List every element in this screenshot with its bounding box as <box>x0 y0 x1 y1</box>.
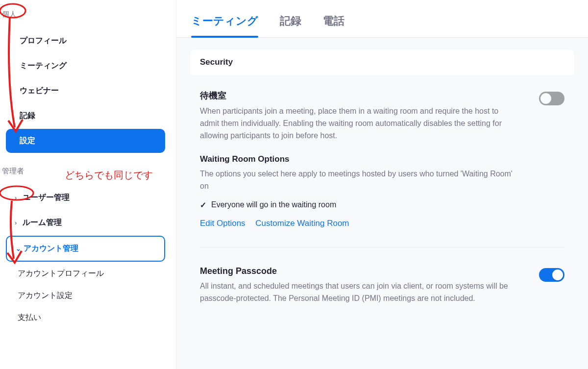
setting-meeting-passcode: Meeting Passcode All instant, and schedu… <box>190 251 574 320</box>
nav-profile[interactable]: プロフィール <box>6 29 165 53</box>
customize-waiting-room-link[interactable]: Customize Waiting Room <box>255 219 349 228</box>
annotation-text-same: どちらでも同じです <box>65 169 153 182</box>
waiting-options-title: Waiting Room Options <box>200 154 528 164</box>
nav-room-management-label: ルーム管理 <box>23 218 62 228</box>
nav-user-management[interactable]: › ユーザー管理 <box>6 186 165 210</box>
waiting-options-desc: The options you select here apply to mee… <box>200 168 514 193</box>
chevron-right-icon: › <box>15 194 20 201</box>
nav-account-management-label: アカウント管理 <box>24 244 78 254</box>
nav-meeting[interactable]: ミーティング <box>6 54 165 78</box>
nav-billing[interactable]: 支払い <box>0 307 171 329</box>
waiting-room-toggle[interactable] <box>539 92 564 105</box>
waiting-room-desc: When participants join a meeting, place … <box>200 105 514 142</box>
nav-account-profile[interactable]: アカウントプロフィール <box>0 263 171 285</box>
tab-telephone[interactable]: 電話 <box>323 9 344 37</box>
nav-settings[interactable]: 設定 <box>6 129 165 153</box>
nav-webinar[interactable]: ウェビナー <box>6 79 165 103</box>
passcode-toggle[interactable] <box>539 268 564 282</box>
divider <box>200 247 564 247</box>
chevron-right-icon: › <box>15 219 20 226</box>
sidebar: 個人 プロフィール ミーティング ウェビナー 記録 設定 管理者 › ユーザー管… <box>0 0 176 369</box>
nav-recording[interactable]: 記録 <box>6 104 165 128</box>
tab-meeting[interactable]: ミーティング <box>191 9 258 37</box>
edit-options-link[interactable]: Edit Options <box>200 219 245 228</box>
admin-nav-list: › ユーザー管理 › ルーム管理 ⌄ アカウント管理 アカウントプロフィール ア… <box>0 181 171 333</box>
nav-account-management[interactable]: ⌄ アカウント管理 <box>6 236 165 262</box>
waiting-option-label: Everyone will go in the waiting room <box>211 200 336 209</box>
settings-content: Security 待機室 When participants join a me… <box>176 38 588 331</box>
waiting-room-title: 待機室 <box>200 90 528 101</box>
tab-recording[interactable]: 記録 <box>280 9 301 37</box>
tabs: ミーティング 記録 電話 <box>176 0 588 38</box>
passcode-desc: All instant, and scheduled meetings that… <box>200 280 514 305</box>
nav-user-management-label: ユーザー管理 <box>23 193 70 203</box>
passcode-title: Meeting Passcode <box>200 266 528 276</box>
personal-nav-list: プロフィール ミーティング ウェビナー 記録 設定 <box>0 24 171 158</box>
sidebar-section-personal: 個人 <box>0 10 17 24</box>
security-section-header: Security <box>190 49 574 75</box>
sidebar-section-admin: 管理者 <box>0 167 24 181</box>
nav-room-management[interactable]: › ルーム管理 <box>6 211 165 235</box>
check-icon: ✓ <box>200 200 206 210</box>
chevron-down-icon: ⌄ <box>16 245 21 252</box>
main-panel: ミーティング 記録 電話 Security 待機室 When participa… <box>176 0 588 369</box>
nav-account-settings[interactable]: アカウント設定 <box>0 285 171 307</box>
setting-waiting-room: 待機室 When participants join a meeting, pl… <box>190 75 574 243</box>
waiting-option-everyone: ✓ Everyone will go in the waiting room <box>200 200 528 210</box>
